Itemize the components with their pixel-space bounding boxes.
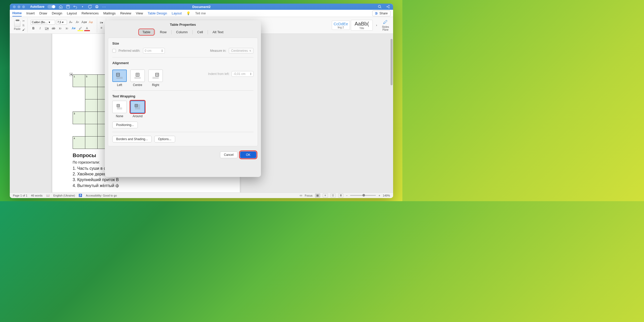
- share-button[interactable]: Share: [372, 11, 391, 16]
- increase-font-icon[interactable]: A▴: [68, 20, 74, 25]
- scrollbar[interactable]: [391, 39, 393, 85]
- underline-button[interactable]: U▾: [44, 26, 50, 31]
- language-indicator[interactable]: English (Ukraine): [53, 194, 75, 197]
- ok-button[interactable]: OK: [240, 151, 256, 158]
- align-right-option[interactable]: [148, 70, 163, 82]
- table-cell[interactable]: [85, 112, 98, 124]
- table-cell[interactable]: [85, 124, 98, 137]
- clear-format-icon[interactable]: A⌀: [88, 20, 94, 25]
- more-icon[interactable]: ···: [102, 5, 106, 9]
- tab-insert[interactable]: Insert: [26, 10, 35, 16]
- redo-icon[interactable]: [88, 5, 92, 9]
- dialog-tab-table[interactable]: Table: [139, 29, 154, 35]
- cancel-button[interactable]: Cancel: [220, 151, 237, 158]
- dialog-tab-column[interactable]: Column: [173, 29, 191, 35]
- table-cell[interactable]: [85, 99, 98, 112]
- accessibility-icon[interactable]: ♿: [79, 194, 82, 197]
- traffic-lights[interactable]: [13, 5, 25, 8]
- table-cell[interactable]: 5: [85, 75, 98, 87]
- chevron-down-icon[interactable]: ▾: [80, 5, 84, 9]
- print-layout-view-icon[interactable]: ▦: [315, 193, 320, 198]
- focus-mode-icon[interactable]: ▭: [300, 194, 302, 197]
- tab-references[interactable]: References: [82, 10, 99, 16]
- dialog-title: Table Properties: [105, 20, 261, 28]
- borders-shading-button[interactable]: Borders and Shading...: [112, 136, 152, 142]
- copy-icon[interactable]: ⎘: [22, 24, 26, 27]
- text-effects-icon[interactable]: A▾: [71, 26, 77, 31]
- save-icon[interactable]: [66, 5, 70, 9]
- tab-draw[interactable]: Draw: [39, 10, 47, 16]
- outline-view-icon[interactable]: ☷: [331, 193, 336, 198]
- strike-button[interactable]: ab: [51, 26, 56, 31]
- tab-table-layout[interactable]: Layout: [172, 10, 182, 16]
- align-centre-option[interactable]: [130, 70, 145, 82]
- styles-pane-icon[interactable]: 🖊: [383, 20, 388, 25]
- subscript-button[interactable]: x2: [57, 26, 63, 31]
- tab-review[interactable]: Review: [120, 10, 131, 16]
- italic-button[interactable]: I: [37, 26, 43, 31]
- page-indicator[interactable]: Page 1 of 1: [13, 194, 27, 197]
- measure-in-select[interactable]: Centimetres ⇅: [229, 48, 253, 54]
- format-painter-icon[interactable]: 🖌: [22, 28, 26, 31]
- focus-label[interactable]: Focus: [305, 194, 312, 197]
- search-icon[interactable]: [378, 5, 382, 9]
- styles-more-icon[interactable]: ›: [374, 23, 379, 28]
- superscript-button[interactable]: x2: [64, 26, 70, 31]
- home-icon[interactable]: [59, 5, 63, 9]
- accessibility-status[interactable]: Accessibility: Good to go: [86, 194, 117, 197]
- table-cell[interactable]: 4: [73, 137, 85, 149]
- align-left-option[interactable]: [112, 70, 127, 82]
- dialog-tab-alttext[interactable]: Alt Text: [209, 29, 227, 35]
- wrap-around-option[interactable]: [130, 101, 145, 113]
- zoom-out-icon[interactable]: −: [346, 194, 348, 197]
- table-cell[interactable]: 3: [73, 112, 85, 124]
- change-case-icon[interactable]: Aa▾: [81, 20, 87, 25]
- style-title[interactable]: AaBb( Title: [351, 20, 373, 31]
- cut-icon[interactable]: ✂: [22, 19, 26, 23]
- tab-view[interactable]: View: [136, 10, 143, 16]
- dialog-tab-row[interactable]: Row: [156, 29, 170, 35]
- maximize-icon[interactable]: [22, 5, 25, 8]
- minimize-icon[interactable]: [18, 5, 20, 8]
- highlight-icon[interactable]: 🖊: [78, 26, 83, 31]
- table-cell[interactable]: [85, 137, 98, 149]
- print-icon[interactable]: [95, 5, 99, 9]
- decrease-font-icon[interactable]: A▾: [75, 20, 80, 25]
- close-icon[interactable]: [13, 5, 16, 8]
- spell-check-icon[interactable]: 📖: [46, 194, 50, 197]
- web-layout-view-icon[interactable]: ≡: [323, 193, 328, 198]
- zoom-in-icon[interactable]: +: [378, 194, 380, 197]
- align-left-icon[interactable]: ≡: [99, 25, 104, 30]
- draft-view-icon[interactable]: ≣: [338, 193, 343, 198]
- undo-icon[interactable]: [73, 5, 77, 9]
- font-name-select[interactable]: Calibri (Bo… ▾: [31, 20, 55, 25]
- tellme-bulb-icon[interactable]: 💡: [186, 11, 190, 15]
- zoom-slider[interactable]: [350, 195, 376, 196]
- table-cell[interactable]: 1: [73, 75, 85, 87]
- table-move-handle[interactable]: ✥: [70, 73, 73, 76]
- wrap-none-option[interactable]: [112, 101, 127, 113]
- style-heading2[interactable]: CcDdEe ling 2: [332, 21, 350, 30]
- share-icon[interactable]: [386, 5, 390, 9]
- autosave-toggle[interactable]: OFF: [47, 5, 56, 9]
- preferred-width-input[interactable]: 0 cm▲▼: [143, 48, 165, 54]
- tab-mailings[interactable]: Mailings: [103, 10, 116, 16]
- tab-design[interactable]: Design: [52, 10, 62, 16]
- word-count[interactable]: 46 words: [31, 194, 43, 197]
- tab-layout[interactable]: Layout: [67, 10, 77, 16]
- bold-button[interactable]: B: [31, 26, 36, 31]
- table-cell[interactable]: [85, 87, 98, 99]
- paste-icon[interactable]: [14, 20, 20, 27]
- tellme[interactable]: Tell me: [195, 10, 206, 16]
- tab-table-design[interactable]: Table Design: [148, 10, 167, 16]
- tab-home[interactable]: Home: [12, 10, 22, 16]
- indent-input[interactable]: -0,01 cm▲▼: [232, 71, 253, 77]
- bullets-icon[interactable]: ≡▾: [99, 20, 104, 25]
- positioning-button[interactable]: Positioning...: [112, 122, 138, 128]
- dialog-tab-cell[interactable]: Cell: [194, 29, 207, 35]
- font-color-icon[interactable]: A: [84, 26, 90, 31]
- zoom-level[interactable]: 149%: [383, 194, 390, 197]
- font-size-select[interactable]: 7,5 ▾: [56, 20, 67, 25]
- options-button[interactable]: Options...: [154, 136, 175, 142]
- preferred-width-checkbox[interactable]: [112, 49, 116, 53]
